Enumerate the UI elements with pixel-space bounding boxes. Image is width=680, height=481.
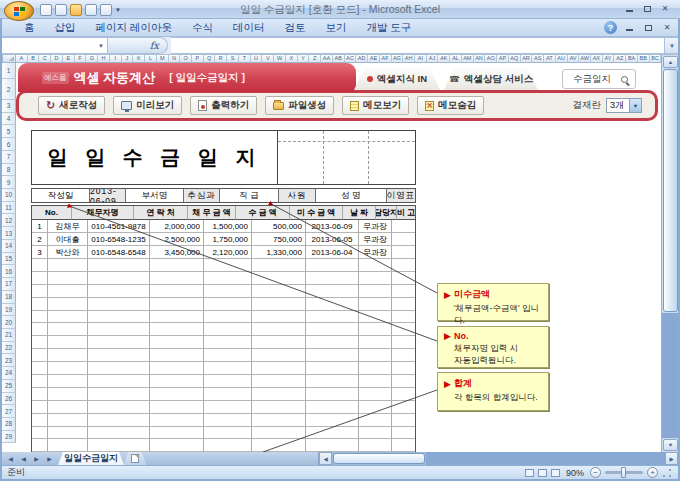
row-header[interactable]: 4: [2, 113, 16, 126]
column-header[interactable]: L: [145, 55, 157, 63]
scroll-down-icon[interactable]: ▼: [663, 439, 678, 451]
help-icon[interactable]: ?: [604, 21, 617, 34]
table-cell[interactable]: [32, 427, 48, 440]
table-cell[interactable]: [150, 439, 204, 452]
page-layout-view-icon[interactable]: [538, 469, 547, 477]
table-cell[interactable]: [392, 349, 415, 362]
table-cell[interactable]: [48, 375, 88, 388]
column-header[interactable]: AW: [579, 55, 591, 63]
table-cell[interactable]: [204, 439, 252, 452]
column-header[interactable]: AT: [544, 55, 556, 63]
table-cell[interactable]: [359, 298, 392, 311]
zoom-slider[interactable]: [605, 471, 643, 474]
column-header[interactable]: N: [169, 55, 181, 63]
first-sheet-icon[interactable]: ◀: [5, 455, 16, 462]
table-cell[interactable]: [150, 259, 204, 272]
column-header[interactable]: AB: [333, 55, 345, 63]
formula-input[interactable]: [171, 37, 664, 54]
table-cell[interactable]: [252, 401, 306, 414]
table-cell[interactable]: [150, 323, 204, 336]
table-cell[interactable]: [252, 285, 306, 298]
table-cell[interactable]: [32, 388, 48, 401]
table-cell[interactable]: [48, 388, 88, 401]
table-cell[interactable]: [88, 311, 150, 324]
table-cell[interactable]: [88, 285, 150, 298]
table-cell[interactable]: [204, 298, 252, 311]
table-cell[interactable]: [359, 285, 392, 298]
table-cell[interactable]: [306, 272, 359, 285]
table-cell[interactable]: [252, 311, 306, 324]
table-cell[interactable]: 박산와: [48, 246, 88, 259]
table-header-cell[interactable]: 비 고: [397, 206, 415, 220]
column-header[interactable]: BB: [638, 55, 650, 63]
resize-grip[interactable]: [662, 468, 672, 478]
row-header[interactable]: 21: [2, 329, 16, 342]
table-icon[interactable]: [85, 4, 97, 16]
column-header[interactable]: D: [51, 55, 63, 63]
select-all-corner[interactable]: [2, 55, 16, 63]
table-cell[interactable]: [392, 311, 415, 324]
info-value[interactable]: 추심과: [184, 189, 220, 202]
table-cell[interactable]: [252, 259, 306, 272]
scroll-right-icon[interactable]: ▶: [665, 452, 678, 465]
table-cell[interactable]: [88, 298, 150, 311]
table-cell[interactable]: [150, 349, 204, 362]
table-cell[interactable]: [306, 285, 359, 298]
table-cell[interactable]: 2,000,000: [150, 220, 204, 233]
table-cell[interactable]: 1,330,000: [252, 246, 306, 259]
table-header-cell[interactable]: 연 락 처: [134, 206, 188, 220]
row-header[interactable]: 22: [2, 342, 16, 355]
column-header[interactable]: AU: [556, 55, 568, 63]
table-cell[interactable]: [88, 259, 150, 272]
table-cell[interactable]: [48, 336, 88, 349]
table-cell[interactable]: [48, 323, 88, 336]
row-header[interactable]: 9: [2, 176, 16, 189]
column-header[interactable]: AY: [603, 55, 615, 63]
table-cell[interactable]: [32, 298, 48, 311]
table-cell[interactable]: [48, 285, 88, 298]
table-cell[interactable]: [48, 349, 88, 362]
table-cell[interactable]: [204, 285, 252, 298]
table-cell[interactable]: [392, 439, 415, 452]
table-cell[interactable]: [252, 336, 306, 349]
table-cell[interactable]: [392, 246, 415, 259]
column-header[interactable]: AN: [474, 55, 486, 63]
table-cell[interactable]: [359, 349, 392, 362]
table-cell[interactable]: [150, 362, 204, 375]
last-sheet-icon[interactable]: ▶: [44, 455, 55, 462]
hide-memo-button[interactable]: 메모숨김: [417, 96, 484, 115]
ribbon-tab[interactable]: 홈: [16, 19, 43, 37]
table-cell[interactable]: [204, 259, 252, 272]
column-header[interactable]: S: [227, 55, 239, 63]
search-input[interactable]: 수금일지: [562, 69, 636, 89]
row-header[interactable]: 24: [2, 367, 16, 380]
print-button[interactable]: 출력하기: [190, 96, 257, 115]
table-cell[interactable]: [392, 388, 415, 401]
table-header-cell[interactable]: 미 수 금 액: [290, 206, 343, 220]
column-header[interactable]: T: [239, 55, 251, 63]
ribbon-tab[interactable]: 개발 도구: [358, 19, 419, 37]
ribbon-tab[interactable]: 데이터: [225, 19, 273, 37]
scroll-up-icon[interactable]: ▲: [663, 56, 678, 68]
table-cell[interactable]: 2: [32, 233, 48, 246]
column-header[interactable]: A: [16, 55, 28, 63]
zoom-slider-handle[interactable]: [621, 467, 626, 478]
table-cell[interactable]: [204, 323, 252, 336]
name-box[interactable]: ▼: [0, 37, 108, 54]
prev-sheet-icon[interactable]: ◀: [18, 455, 29, 462]
table-cell[interactable]: [252, 349, 306, 362]
row-header[interactable]: 19: [2, 304, 16, 317]
horizontal-scrollbar[interactable]: ◀ ▶: [318, 452, 678, 465]
row-header[interactable]: 8: [2, 164, 16, 177]
vertical-scroll-track[interactable]: [662, 313, 679, 438]
table-cell[interactable]: [32, 311, 48, 324]
row-header[interactable]: 7: [2, 151, 16, 164]
table-header-cell[interactable]: No.: [32, 206, 72, 220]
column-header[interactable]: AS: [532, 55, 544, 63]
table-cell[interactable]: [48, 401, 88, 414]
table-cell[interactable]: [252, 298, 306, 311]
row-header[interactable]: 29: [2, 431, 16, 444]
table-cell[interactable]: [32, 401, 48, 414]
column-header[interactable]: AO: [485, 55, 497, 63]
table-cell[interactable]: [306, 298, 359, 311]
